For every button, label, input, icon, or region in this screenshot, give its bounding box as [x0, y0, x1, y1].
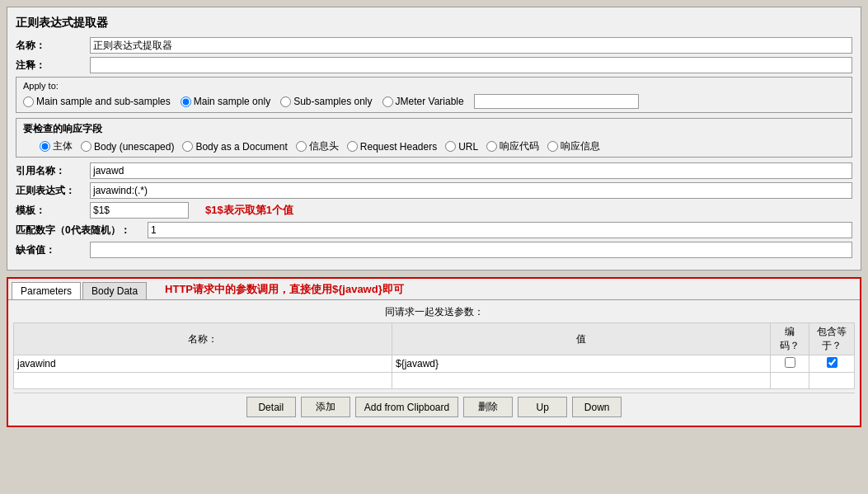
template-input[interactable]	[90, 202, 189, 219]
add-button[interactable]: 添加	[301, 397, 350, 417]
regex-label: 正则表达式：	[16, 184, 90, 198]
ref-name-label: 引用名称：	[16, 164, 90, 178]
default-row: 缺省值：	[16, 242, 852, 258]
include-equals-checkbox[interactable]	[827, 357, 838, 368]
up-button[interactable]: Up	[518, 397, 567, 417]
param-value-cell: ${javawd}	[392, 355, 771, 373]
apply-to-radio-group: Main sample and sub-samples Main sample …	[23, 94, 845, 109]
name-label: 名称：	[16, 39, 90, 53]
delete-button[interactable]: 删除	[463, 397, 513, 417]
apply-to-title: Apply to:	[23, 81, 845, 91]
radio-body-as-doc[interactable]: Body as a Document	[182, 141, 287, 153]
match-num-input[interactable]	[148, 222, 852, 238]
detail-button[interactable]: Detail	[246, 397, 296, 417]
table-row: javawind ${javawd}	[14, 355, 855, 373]
radio-response-code-input[interactable]	[486, 141, 497, 152]
col-include-equals-header: 包含等于？	[809, 323, 855, 355]
table-empty-row	[14, 373, 855, 389]
radio-request-headers[interactable]: Request Headers	[347, 141, 437, 153]
table-header-row: 名称： 值 编码？ 包含等于？	[14, 323, 855, 355]
radio-response-info[interactable]: 响应信息	[547, 139, 600, 153]
template-label: 模板：	[16, 204, 90, 218]
response-fields-title: 要检查的响应字段	[23, 122, 845, 136]
param-include-equals-cell[interactable]	[809, 355, 855, 373]
radio-main-sub-input[interactable]	[23, 96, 34, 107]
radio-url[interactable]: URL	[445, 141, 478, 153]
jmeter-var-text-input[interactable]	[474, 94, 639, 109]
col-value-header: 值	[392, 323, 771, 355]
comment-row: 注释：	[16, 57, 852, 73]
radio-info-header-input[interactable]	[296, 141, 307, 152]
match-num-label: 匹配数字（0代表随机）：	[16, 223, 148, 238]
col-encode-header: 编码？	[771, 323, 809, 355]
col-name-header: 名称：	[14, 323, 392, 355]
http-content: 同请求一起发送参数： 名称： 值 编码？ 包含等于？ javawind ${ja…	[8, 300, 860, 426]
ref-name-row: 引用名称：	[16, 162, 852, 179]
radio-main-only-input[interactable]	[181, 96, 191, 107]
param-name-cell: javawind	[14, 355, 392, 373]
down-button[interactable]: Down	[572, 397, 622, 417]
radio-jmeter-var[interactable]: JMeter Variable	[382, 96, 464, 107]
comment-input[interactable]	[90, 57, 852, 73]
encode-checkbox[interactable]	[785, 357, 795, 368]
radio-body-as-doc-input[interactable]	[182, 141, 193, 152]
template-row: 模板： $1$表示取第1个值	[16, 202, 852, 219]
tab-parameters[interactable]: Parameters	[12, 282, 81, 299]
radio-body-unescaped[interactable]: Body (unescaped)	[81, 141, 174, 153]
radio-body-input[interactable]	[40, 141, 50, 152]
http-tabs-bar: Parameters Body Data HTTP请求中的参数调用，直接使用${…	[8, 279, 860, 300]
radio-request-headers-input[interactable]	[347, 141, 358, 152]
regex-input[interactable]	[90, 182, 852, 199]
http-panel: Parameters Body Data HTTP请求中的参数调用，直接使用${…	[7, 277, 861, 427]
add-from-clipboard-button[interactable]: Add from Clipboard	[355, 397, 458, 417]
default-label: 缺省值：	[16, 243, 90, 257]
response-fields-box: 要检查的响应字段 主体 Body (unescaped) Body as a D…	[16, 118, 852, 158]
main-panel: 正则表达式提取器 名称： 注释： Apply to: Main sample a…	[7, 7, 861, 271]
bottom-buttons: Detail 添加 Add from Clipboard 删除 Up Down	[13, 393, 855, 421]
radio-info-header[interactable]: 信息头	[296, 139, 339, 153]
http-tab-hint: HTTP请求中的参数调用，直接使用${javawd}即可	[165, 282, 404, 299]
name-row: 名称：	[16, 37, 852, 54]
radio-jmeter-var-input[interactable]	[382, 96, 393, 107]
ref-name-input[interactable]	[90, 162, 852, 179]
match-num-row: 匹配数字（0代表随机）：	[16, 222, 852, 238]
radio-body[interactable]: 主体	[40, 139, 73, 153]
radio-body-unescaped-input[interactable]	[81, 141, 91, 152]
radio-main-only[interactable]: Main sample only	[181, 96, 270, 107]
regex-row: 正则表达式：	[16, 182, 852, 199]
radio-sub-only[interactable]: Sub-samples only	[280, 96, 372, 107]
radio-url-input[interactable]	[445, 141, 456, 152]
params-table: 名称： 值 编码？ 包含等于？ javawind ${javawd}	[13, 322, 855, 389]
radio-response-code[interactable]: 响应代码	[486, 139, 539, 153]
radio-sub-only-input[interactable]	[280, 96, 291, 107]
response-radio-group: 主体 Body (unescaped) Body as a Document 信…	[23, 139, 845, 153]
default-input[interactable]	[90, 242, 852, 258]
comment-label: 注释：	[16, 59, 90, 73]
radio-response-info-input[interactable]	[547, 141, 558, 152]
apply-to-box: Apply to: Main sample and sub-samples Ma…	[16, 77, 852, 113]
params-title: 同请求一起发送参数：	[13, 305, 855, 319]
tab-body-data[interactable]: Body Data	[82, 282, 147, 299]
panel-title: 正则表达式提取器	[16, 16, 852, 31]
radio-main-sub[interactable]: Main sample and sub-samples	[23, 96, 171, 107]
template-hint: $1$表示取第1个值	[205, 203, 293, 218]
name-input[interactable]	[90, 37, 852, 54]
param-encode-cell[interactable]	[771, 355, 809, 373]
